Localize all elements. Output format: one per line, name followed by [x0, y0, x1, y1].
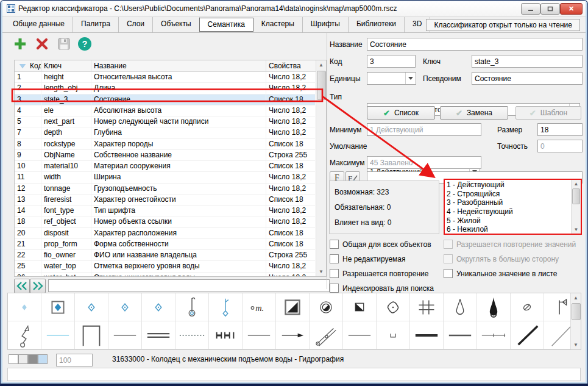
symbol-teardrop-outline[interactable]	[444, 293, 477, 321]
table-row[interactable]: 4eleАбсолютная высотаЧисло 18,2	[15, 105, 315, 116]
symbol-well-pole[interactable]	[175, 293, 209, 321]
scroll-thumb[interactable]	[317, 71, 326, 100]
value-list-scrollbar[interactable]: ▲ ▼	[571, 180, 581, 234]
value-list[interactable]: 1 - Действующий2 - Строящийся3 - Разобра…	[444, 179, 582, 235]
column-header-name[interactable]: Название	[91, 60, 266, 71]
tab-3[interactable]: Слои	[119, 17, 153, 32]
symbol-diamond-dot[interactable]	[108, 293, 142, 321]
symbol-diamond-dot[interactable]	[142, 293, 175, 321]
column-header-props[interactable]: Свойства	[266, 60, 315, 71]
table-row[interactable]: 3state_3СостояниеСписок 18	[15, 95, 315, 105]
symbol-line-thin[interactable]	[108, 321, 142, 349]
scroll-thumb[interactable]	[572, 303, 581, 320]
maximum-input[interactable]	[367, 156, 481, 169]
symbol-zigzag-arrow[interactable]	[8, 321, 41, 349]
table-row[interactable]: 26water_botОтметка нижнегоуровня водыЧис…	[15, 273, 315, 277]
minimize-button[interactable]	[521, 3, 540, 15]
table-row[interactable]: 25water_topОтметка верхнего уровня водыЧ…	[15, 261, 315, 272]
checkbox-icon[interactable]	[330, 240, 339, 249]
symbol-line-medium[interactable]	[444, 321, 477, 349]
scroll-up-icon[interactable]: ▲	[316, 60, 326, 70]
checkbox-не-редактируемая[interactable]: Не редактируемая	[330, 254, 406, 263]
value-list-item[interactable]: 2 - Строящийся	[447, 190, 571, 199]
scroll-thumb[interactable]	[572, 188, 580, 204]
checkbox-уникальное-значение-в-листе[interactable]: Уникальное значение в листе	[444, 269, 557, 278]
symbol-m-label[interactable]: m.	[243, 293, 276, 321]
delete-semantic-button[interactable]	[34, 36, 50, 52]
scroll-up-icon[interactable]: ▲	[571, 293, 581, 302]
checkbox-разрешается-повторение[interactable]: Разрешается повторение	[330, 269, 428, 278]
view-mode-white-button[interactable]	[9, 354, 18, 364]
symbol-line-thin[interactable]	[343, 321, 377, 349]
scale-input[interactable]	[56, 354, 93, 366]
table-scrollbar[interactable]: ▲ ▼	[316, 60, 326, 276]
value-list-item[interactable]: 5 - Жилой	[447, 216, 571, 226]
symbol-pipe-diagonal[interactable]	[310, 321, 343, 349]
symbol-dumbbells[interactable]	[209, 321, 243, 349]
symbol-line-ticks[interactable]	[477, 321, 511, 349]
close-button[interactable]: ✕	[560, 3, 583, 15]
view-mode-blue-button[interactable]	[38, 354, 48, 364]
symbol-ellipse-slash[interactable]	[511, 293, 544, 321]
precision-input[interactable]	[537, 140, 583, 152]
symbol-circle-half[interactable]	[310, 293, 343, 321]
value-list-item[interactable]: 6 - Нежилой	[447, 225, 571, 234]
filter-input[interactable]	[48, 279, 330, 292]
save-button[interactable]	[56, 36, 72, 52]
symbol-hash[interactable]	[410, 293, 444, 321]
column-header-code[interactable]: Код	[15, 60, 41, 71]
checkbox-icon[interactable]	[444, 269, 453, 278]
tab-2[interactable]: Палитра	[73, 17, 119, 32]
table-row[interactable]: 18ref_objectНомер объекта ссылкиЧисло 18…	[15, 216, 315, 227]
symbol-diamond-dot[interactable]	[75, 293, 108, 321]
size-input[interactable]	[537, 123, 583, 136]
checkbox-индексировать-для-поиска[interactable]: Индексировать для поиска	[330, 284, 434, 293]
tab-6[interactable]: Кластеры	[253, 17, 303, 32]
add-semantic-button[interactable]	[12, 36, 28, 52]
scroll-down-icon[interactable]: ▼	[316, 267, 326, 276]
symbol-line-blue[interactable]	[41, 321, 75, 349]
table-row[interactable]: 21prop_formФорма собственностиСписок 18	[15, 239, 315, 250]
symbol-diamond-boxed[interactable]	[41, 293, 75, 321]
view-mode-dark-button[interactable]	[28, 354, 38, 364]
table-row[interactable]: 2length_objДлинаЧисло 18,2	[15, 83, 315, 94]
help-button[interactable]: ?	[77, 36, 93, 52]
checkbox-icon[interactable]	[330, 284, 339, 293]
units-combo[interactable]	[367, 72, 416, 85]
table-row[interactable]: 14font_typeТип шрифтаЧисло 18,2	[15, 206, 315, 216]
table-row[interactable]: 8rockstypeХарактер породыСписок 18	[15, 139, 315, 150]
code-input[interactable]	[367, 55, 416, 68]
column-header-key[interactable]: Ключ	[41, 60, 91, 71]
symbol-square-split[interactable]	[276, 293, 310, 321]
symbol-bracket-u[interactable]	[377, 321, 410, 349]
minimum-input[interactable]	[367, 123, 481, 136]
symbol-diag-thick[interactable]	[511, 321, 544, 349]
checkbox-icon[interactable]	[330, 269, 339, 278]
symbol-line-double[interactable]	[142, 321, 175, 349]
symbol-rect-open[interactable]	[75, 321, 108, 349]
table-row[interactable]: 22fio_ownerФИО или название владельцаСтр…	[15, 250, 315, 261]
tab-5[interactable]: Семантика	[199, 18, 253, 32]
table-row[interactable]: 13fireresistХарактер огнестойкостиСписок…	[15, 195, 315, 206]
chevron-down-icon[interactable]	[405, 73, 416, 84]
symbol-pole-diamond[interactable]	[209, 293, 243, 321]
table-row[interactable]: 9ObjNameСобственное названиеСтрока 255	[15, 150, 315, 161]
table-row[interactable]: 1heightОтносительная высотаЧисло 18,2	[15, 72, 315, 83]
tab-7[interactable]: Шрифты	[303, 17, 349, 32]
value-list-item[interactable]: 1 - Действующий	[447, 180, 571, 190]
symbol-line-thick[interactable]	[410, 321, 444, 349]
symbol-line-thin[interactable]	[243, 321, 276, 349]
tab-4[interactable]: Объекты	[153, 17, 200, 32]
symbol-dot-small[interactable]	[8, 293, 41, 321]
nav-last-button[interactable]	[30, 279, 46, 293]
symbol-line-dotted[interactable]	[175, 321, 209, 349]
palette-scrollbar[interactable]: ▲ ▼	[570, 293, 581, 349]
tab-1[interactable]: Общие данные	[5, 17, 73, 32]
scroll-up-icon[interactable]: ▲	[572, 180, 581, 188]
symbol-teardrop-filled[interactable]	[477, 293, 511, 321]
symbol-square-half[interactable]	[343, 293, 377, 321]
replace-mode-button[interactable]: ✔Замена	[440, 106, 508, 120]
key-input[interactable]	[472, 55, 583, 68]
table-row[interactable]: 7depthГлубинаЧисло 18,2	[15, 127, 315, 138]
value-list-item[interactable]: 3 - Разобранный	[447, 198, 571, 207]
